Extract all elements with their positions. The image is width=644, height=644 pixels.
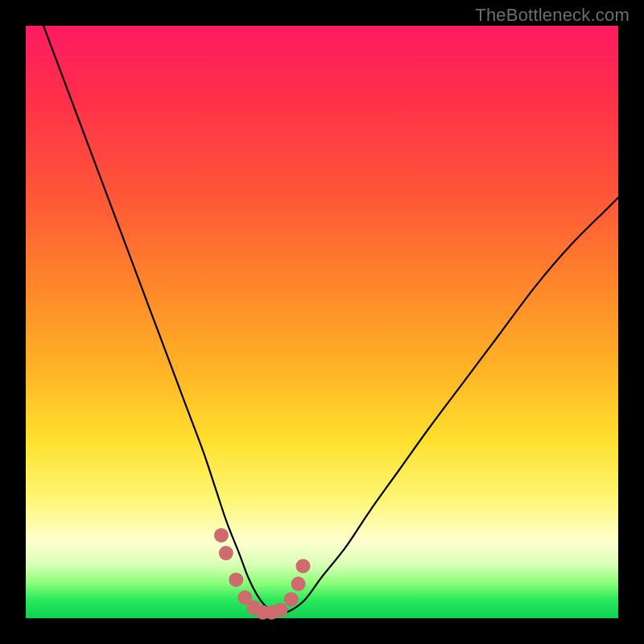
plot-area	[26, 26, 618, 618]
highlight-marker	[284, 592, 299, 606]
bottleneck-curve	[43, 26, 618, 613]
chart-frame: TheBottleneck.com	[0, 0, 644, 644]
highlight-marker	[291, 576, 306, 591]
watermark-text: TheBottleneck.com	[475, 5, 630, 26]
highlight-markers	[214, 528, 311, 620]
curve-svg	[26, 26, 618, 618]
highlight-marker	[273, 603, 287, 617]
highlight-marker	[219, 546, 233, 560]
highlight-marker	[295, 559, 310, 573]
highlight-marker	[229, 572, 243, 587]
highlight-marker	[214, 528, 229, 543]
